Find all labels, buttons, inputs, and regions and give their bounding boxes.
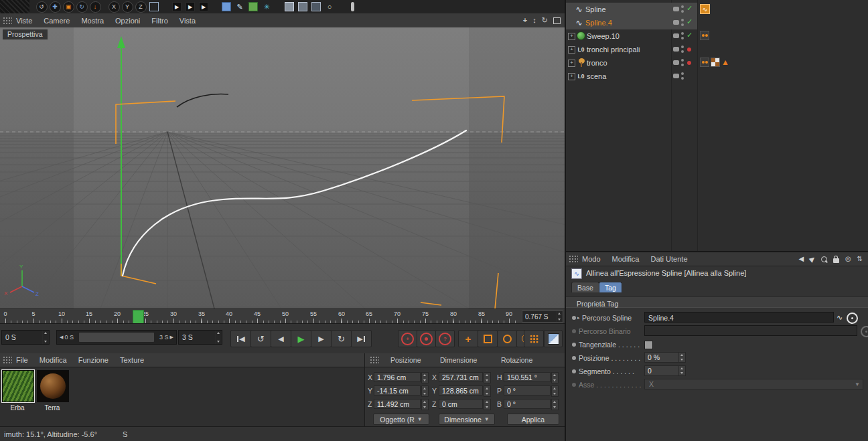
time-start-stepper[interactable] xyxy=(42,331,49,344)
editor-visibility-dot[interactable] xyxy=(681,72,684,75)
dim-z-field[interactable]: 0 cm xyxy=(439,399,483,409)
editor-visibility-dot[interactable] xyxy=(681,5,684,8)
material-name[interactable]: Terra xyxy=(37,404,68,412)
object-name[interactable]: Spline.4 xyxy=(585,16,612,29)
pick-object-icon[interactable] xyxy=(861,326,868,337)
enabled-check-icon[interactable]: ✓ xyxy=(686,31,693,39)
rot-b-field[interactable]: 0 ° xyxy=(504,399,551,409)
current-time-field[interactable]: 0.767 S xyxy=(522,311,563,323)
menu-file[interactable]: File xyxy=(16,356,28,364)
layout-pill-icon[interactable] xyxy=(346,1,358,12)
autokey-button[interactable] xyxy=(417,330,436,347)
maximize-view-icon[interactable] xyxy=(553,17,561,24)
object-row-sweep10[interactable]: + Sweep.10 ✓ xyxy=(566,29,868,43)
position-spinner[interactable]: 0 % xyxy=(644,352,686,363)
keyable-dot-icon[interactable] xyxy=(572,343,576,347)
next-frame-button[interactable]: ▶ xyxy=(311,330,332,347)
array-clone-icon[interactable] xyxy=(283,1,295,12)
time-start-field[interactable]: 0 S xyxy=(1,330,50,345)
coordinate-system-icon[interactable] xyxy=(148,1,160,12)
object-row-spline[interactable]: ∿ Spline ✓ ∿ xyxy=(566,3,868,16)
pos-z-stepper[interactable] xyxy=(421,399,429,410)
axis-dropdown[interactable]: X ▼ xyxy=(644,379,863,389)
lock-x-axis-icon[interactable]: X xyxy=(108,1,120,12)
spline-object-icon[interactable]: ∿ xyxy=(574,17,584,27)
dim-x-field[interactable]: 257.731 cm xyxy=(439,372,483,382)
pick-object-icon[interactable] xyxy=(847,313,858,324)
texture-tag-icon[interactable] xyxy=(711,58,720,67)
pick-cursor-icon[interactable]: ▶ xyxy=(808,255,816,264)
object-row-tronchi-principali[interactable]: + L0 tronchi principali xyxy=(566,43,868,56)
section-header[interactable]: Proprietà Tag xyxy=(566,296,868,308)
disabled-dot-icon[interactable] xyxy=(687,48,691,52)
target-icon[interactable]: ◎ xyxy=(845,256,851,262)
pos-x-stepper[interactable] xyxy=(421,372,429,383)
layer-chip[interactable] xyxy=(673,7,679,11)
menu-funzione[interactable]: Funzione xyxy=(78,356,108,364)
warning-tag-icon[interactable]: ▲ xyxy=(721,58,729,67)
material-thumbnail-erba[interactable] xyxy=(2,370,34,402)
undo-icon[interactable]: ↺ xyxy=(35,1,48,12)
time-end-stepper[interactable] xyxy=(215,331,222,344)
editor-visibility-dot[interactable] xyxy=(681,46,684,48)
view-label[interactable]: Prospettiva xyxy=(3,29,48,39)
last-used-tool-icon[interactable]: ↓ xyxy=(89,1,101,12)
material-thumbnail-terra[interactable] xyxy=(37,370,69,402)
instance-icon[interactable] xyxy=(297,1,309,12)
pos-z-field[interactable]: 11.492 cm xyxy=(374,399,421,409)
menu-filtro[interactable]: Filtro xyxy=(151,17,167,25)
prev-frame-button[interactable]: ◀ xyxy=(271,330,291,347)
object-row-scena[interactable]: + L0 scena xyxy=(566,70,868,83)
menu-modo[interactable]: Modo xyxy=(582,255,601,263)
rail-path-field[interactable] xyxy=(644,325,857,336)
render-visibility-dot[interactable] xyxy=(681,23,684,26)
subdivision-surface-icon[interactable] xyxy=(220,1,232,12)
loop-button[interactable]: ↻ xyxy=(331,330,352,347)
lock-z-axis-icon[interactable]: Z xyxy=(135,1,147,12)
menu-texture[interactable]: Texture xyxy=(120,356,144,364)
menu-modifica[interactable]: Modifica xyxy=(40,356,67,364)
rotate-tool-icon[interactable]: ↻ xyxy=(76,1,88,12)
object-mode-dropdown[interactable]: Oggetto (R▼ xyxy=(373,414,429,425)
keyframe-help-button[interactable]: ? xyxy=(435,330,455,347)
range-track[interactable] xyxy=(79,333,154,342)
menu-vista[interactable]: Vista xyxy=(179,17,196,25)
disabled-dot-icon[interactable] xyxy=(687,61,691,65)
panel-grip-icon[interactable] xyxy=(3,356,12,364)
range-start-cap[interactable]: ◀0 S xyxy=(60,331,74,344)
spline-object-icon[interactable]: ∿ xyxy=(574,4,584,14)
search-icon[interactable] xyxy=(821,256,827,262)
time-end-field[interactable]: 3 S xyxy=(178,330,222,345)
record-keyframe-button[interactable]: + xyxy=(398,330,417,347)
object-row-tronco[interactable]: + tronco ▲ xyxy=(566,56,868,70)
tangential-checkbox[interactable] xyxy=(644,341,653,349)
timeline-playhead[interactable] xyxy=(133,310,144,324)
null-object-icon[interactable]: L0 xyxy=(576,44,586,54)
render-view-icon[interactable]: ▶ xyxy=(171,1,183,12)
material-name[interactable]: Erba xyxy=(2,404,33,412)
apply-button[interactable]: Applica xyxy=(507,414,559,425)
time-stepper[interactable] xyxy=(556,311,563,322)
keyable-dot-icon[interactable] xyxy=(572,369,576,373)
tab-base[interactable]: Base xyxy=(571,282,599,292)
range-end-cap[interactable]: 3 S▶ xyxy=(159,331,173,344)
point-level-key-button[interactable] xyxy=(524,330,544,347)
move-tool-icon[interactable]: ✚ xyxy=(49,1,61,12)
dim-x-stepper[interactable] xyxy=(484,372,491,383)
render-visibility-dot[interactable] xyxy=(681,37,684,39)
expand-icon[interactable]: + xyxy=(568,46,575,54)
history-back-icon[interactable]: ◀ xyxy=(798,256,804,262)
editor-visibility-dot[interactable] xyxy=(681,32,684,35)
scale-tool-icon[interactable]: ▣ xyxy=(62,1,74,12)
editor-visibility-dot[interactable] xyxy=(681,19,684,21)
rotation-key-button[interactable] xyxy=(497,330,517,347)
render-region-icon[interactable]: ▶ xyxy=(184,1,196,12)
object-name[interactable]: tronchi principali xyxy=(587,43,640,56)
object-name[interactable]: Sweep.10 xyxy=(587,29,620,43)
expand-icon[interactable]: + xyxy=(568,60,575,67)
layer-chip[interactable] xyxy=(673,60,679,65)
keyable-dot-icon[interactable] xyxy=(572,316,576,320)
menu-viste[interactable]: Viste xyxy=(16,17,32,25)
app-menu-icon[interactable] xyxy=(0,0,29,13)
timeline-ruler[interactable]: 0 5 10 15 20 25 30 35 40 45 50 55 60 65 … xyxy=(0,308,565,324)
